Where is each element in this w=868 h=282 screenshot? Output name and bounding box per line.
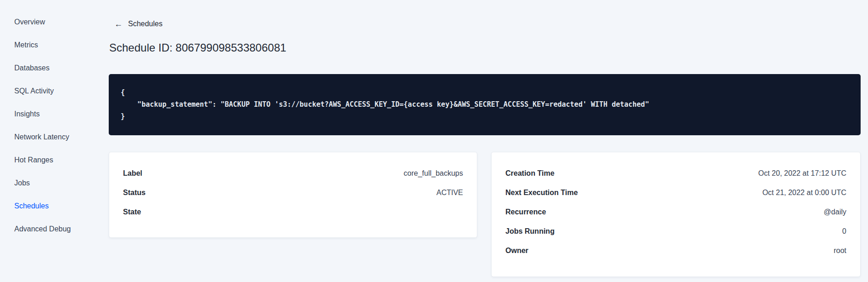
- row-creation-time-key: Creation Time: [505, 169, 554, 178]
- row-recurrence-value: @daily: [824, 208, 846, 216]
- row-owner-key: Owner: [505, 247, 528, 255]
- arrow-left-icon: ←: [114, 20, 123, 28]
- row-label-value: core_full_backups: [404, 169, 463, 178]
- back-link-schedules[interactable]: ← Schedules: [114, 19, 163, 29]
- row-recurrence: Recurrence @daily: [505, 202, 846, 222]
- page-title: Schedule ID: 806799098533806081: [109, 40, 286, 55]
- row-next-execution-time-key: Next Execution Time: [505, 189, 578, 197]
- code-line: }: [121, 110, 849, 122]
- schedule-definition-code-block: { "backup_statement": "BACKUP INTO 's3:/…: [109, 74, 861, 135]
- row-next-execution-time: Next Execution Time Oct 21, 2022 at 0:00…: [505, 183, 846, 202]
- code-line: {: [121, 86, 849, 98]
- row-status-key: Status: [123, 189, 146, 197]
- code-line: "backup_statement": "BACKUP INTO 's3://b…: [121, 98, 849, 110]
- app-root: Overview Metrics Databases SQL Activity …: [0, 0, 868, 282]
- row-status-value: ACTIVE: [436, 189, 463, 197]
- row-status: Status ACTIVE: [123, 183, 463, 202]
- main-content: ← Schedules Schedule ID: 806799098533806…: [0, 0, 868, 282]
- row-recurrence-key: Recurrence: [505, 208, 546, 216]
- row-owner: Owner root: [505, 241, 846, 260]
- row-label-key: Label: [123, 169, 142, 178]
- row-creation-time: Creation Time Oct 20, 2022 at 17:12 UTC: [505, 164, 846, 183]
- row-owner-value: root: [833, 247, 846, 255]
- row-jobs-running-value: 0: [842, 227, 846, 236]
- back-link-label: Schedules: [128, 20, 163, 28]
- row-state-key: State: [123, 208, 141, 216]
- row-creation-time-value: Oct 20, 2022 at 17:12 UTC: [758, 169, 846, 178]
- schedule-timing-card: Creation Time Oct 20, 2022 at 17:12 UTC …: [491, 152, 861, 277]
- row-state: State: [123, 202, 463, 222]
- row-jobs-running: Jobs Running 0: [505, 222, 846, 241]
- row-next-execution-time-value: Oct 21, 2022 at 0:00 UTC: [762, 189, 846, 197]
- schedule-details-card: Label core_full_backups Status ACTIVE St…: [109, 152, 477, 238]
- row-label: Label core_full_backups: [123, 164, 463, 183]
- row-jobs-running-key: Jobs Running: [505, 227, 555, 236]
